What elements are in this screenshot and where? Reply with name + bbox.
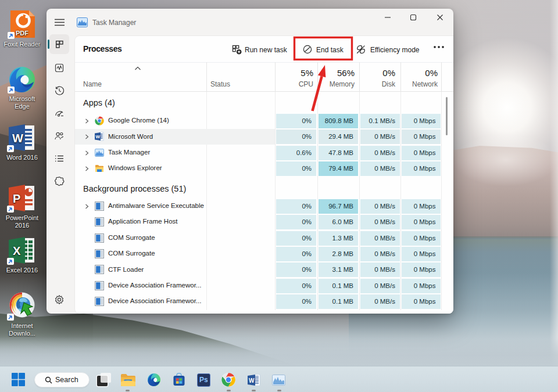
svg-text:W: W [12,132,23,145]
svg-text:W: W [249,377,255,384]
svg-text:X: X [13,244,21,257]
svg-text:PDF: PDF [16,30,28,37]
svg-text:P: P [13,192,20,205]
svg-text:W: W [96,134,101,139]
